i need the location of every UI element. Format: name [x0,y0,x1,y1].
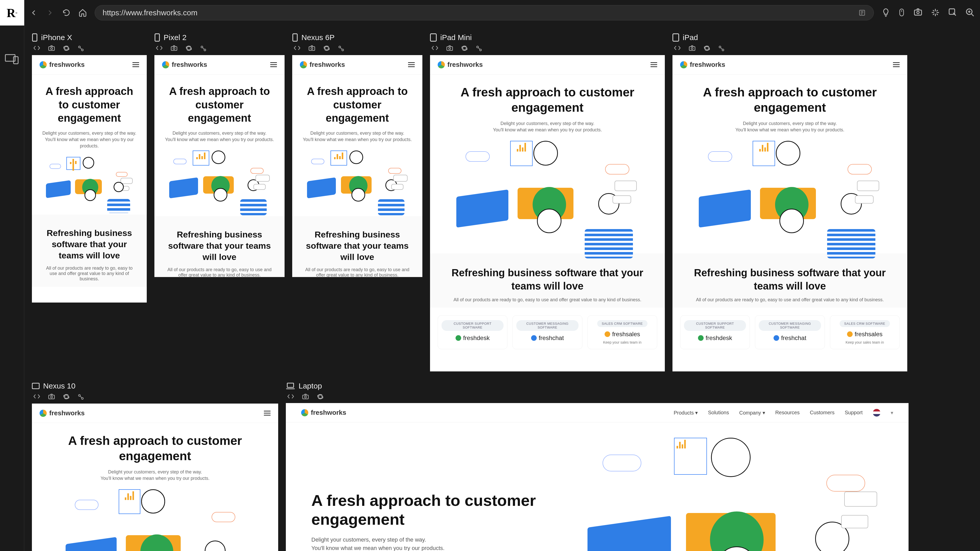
phone-icon [292,33,298,41]
touch-icon[interactable] [77,393,84,400]
camera-icon[interactable] [170,45,178,52]
rotate-icon[interactable] [323,45,331,52]
rotate-icon[interactable] [185,45,192,52]
zoom-icon[interactable] [965,8,975,18]
home-button[interactable] [78,8,87,17]
touch-icon[interactable] [200,45,207,52]
locale-flag-icon[interactable] [873,409,880,416]
camera-icon[interactable] [688,45,696,52]
hamburger-icon[interactable] [651,62,657,67]
camera-icon[interactable] [308,45,316,52]
card-freshchat[interactable]: CUSTOMER MESSAGING SOFTWAREfreshchat [512,315,582,349]
site-logo[interactable]: freshworks [300,61,345,68]
inspect-icon[interactable] [948,8,958,18]
devtools-icon[interactable] [673,45,681,52]
rotate-icon[interactable] [62,393,70,400]
svg-rect-34 [49,395,55,399]
forward-button[interactable] [46,8,54,17]
site-logo[interactable]: freshworks [301,409,346,416]
devtools-icon[interactable] [431,45,439,52]
svg-rect-13 [155,34,159,41]
site-logo[interactable]: freshworks [438,61,483,68]
card-freshsales[interactable]: SALES CRM SOFTWAREfreshsalesKeep your sa… [830,315,900,349]
devtools-icon[interactable] [156,45,163,52]
hamburger-icon[interactable] [893,62,900,67]
svg-rect-33 [32,383,39,389]
rotate-icon[interactable] [62,45,70,52]
right-tools [881,8,975,18]
hero-illustration [584,438,883,551]
nav-company[interactable]: Company ▾ [739,410,765,416]
svg-rect-28 [673,34,679,41]
hamburger-icon[interactable] [408,62,415,67]
svg-rect-3 [900,9,904,16]
nav-products[interactable]: Products ▾ [674,410,698,416]
hamburger-icon[interactable] [270,62,277,67]
nav-solutions[interactable]: Solutions [708,410,729,416]
hero-illustration [454,141,640,245]
rotate-icon[interactable] [461,45,468,52]
svg-rect-19 [309,47,315,51]
nav-resources[interactable]: Resources [775,410,800,416]
preview-nexus-6p[interactable]: freshworks A fresh approach to customer … [292,55,422,277]
preview-nexus-10[interactable]: freshworks A fresh approach to customer … [32,403,278,551]
site-logo[interactable]: freshworks [40,61,85,68]
site-nav: Products ▾ Solutions Company ▾ Resources… [674,409,893,416]
touch-icon[interactable] [77,45,84,52]
bulb-icon[interactable] [881,8,890,18]
site-logo[interactable]: freshworks [680,61,725,68]
device-header: iPhone X [32,33,147,42]
svg-rect-39 [303,395,309,399]
svg-point-15 [173,48,175,50]
rotate-icon[interactable] [703,45,711,52]
preview-ipad[interactable]: freshworks A fresh approach to customer … [673,55,907,372]
nav-support[interactable]: Support [845,410,862,416]
svg-point-40 [304,396,307,398]
nav-customers[interactable]: Customers [810,410,835,416]
left-rail: R▫ [0,0,24,551]
devtools-icon[interactable] [33,45,41,52]
preview-grid: iPhone X freshworks A [24,25,980,551]
site-logo[interactable]: freshworks [40,409,85,417]
camera-icon[interactable] [48,393,56,400]
device-ipad: iPad freshworks A fresh approach to cust… [673,33,907,372]
devices-icon[interactable] [4,51,20,66]
mouse-icon[interactable] [898,8,905,18]
preview-ipad-mini[interactable]: freshworks A fresh approach to customer … [430,55,665,372]
camera-icon[interactable] [446,45,453,52]
device-pixel-2: Pixel 2 freshworks A fresh approach to c… [154,33,285,277]
touch-icon[interactable] [718,45,725,52]
svg-point-25 [449,48,451,50]
devtools-icon[interactable] [33,393,41,400]
site-logo[interactable]: freshworks [162,61,207,68]
hamburger-icon[interactable] [132,62,139,67]
hamburger-icon[interactable] [264,411,270,416]
app-logo[interactable]: R▫ [0,0,24,25]
svg-rect-9 [49,47,55,51]
url-bar[interactable]: https://www.freshworks.com [95,5,874,21]
svg-rect-38 [287,383,294,387]
sparkle-icon[interactable] [931,8,940,18]
card-freshchat[interactable]: CUSTOMER MESSAGING SOFTWAREfreshchat [755,315,824,349]
devtools-icon[interactable] [287,393,294,400]
touch-icon[interactable] [476,45,483,52]
preview-pixel-2[interactable]: freshworks A fresh approach to customer … [154,55,285,277]
rotate-icon[interactable] [317,393,324,400]
svg-rect-14 [171,47,177,51]
reload-button[interactable] [62,8,71,17]
svg-point-5 [917,11,919,14]
screenshot-icon[interactable] [913,8,923,18]
card-freshsales[interactable]: SALES CRM SOFTWAREfreshsalesKeep your sa… [587,315,657,349]
preview-iphone-x[interactable]: freshworks A fresh approach to customer … [32,55,147,303]
preview-laptop[interactable]: freshworks Products ▾ Solutions Company … [286,403,908,551]
devtools-icon[interactable] [293,45,301,52]
reader-mode-icon[interactable] [858,9,866,17]
device-laptop: Laptop freshworks Products ▾ Solutions [286,382,908,551]
touch-icon[interactable] [338,45,345,52]
card-freshdesk[interactable]: CUSTOMER SUPPORT SOFTWAREfreshdesk [438,315,508,349]
camera-icon[interactable] [302,393,309,400]
card-freshdesk[interactable]: CUSTOMER SUPPORT SOFTWAREfreshdesk [680,315,750,349]
camera-icon[interactable] [48,45,56,52]
hero-illustration [64,489,246,551]
back-button[interactable] [29,8,38,17]
